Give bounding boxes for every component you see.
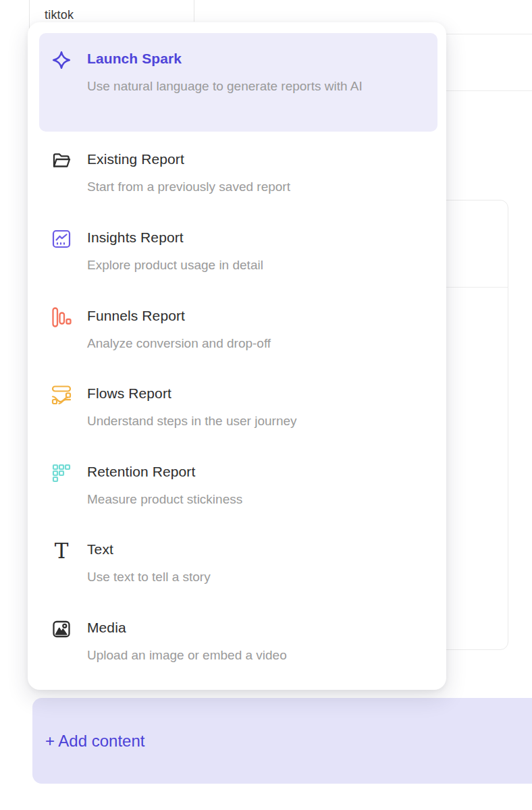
menu-item-title: Funnels Report bbox=[87, 306, 271, 325]
menu-item-description: Use natural language to generate reports… bbox=[87, 76, 363, 97]
menu-item-text[interactable]: T Text Use text to tell a story bbox=[28, 540, 446, 587]
insights-chart-icon bbox=[51, 229, 72, 249]
background-row-divider-2 bbox=[439, 90, 532, 91]
media-icon bbox=[51, 619, 72, 639]
background-column-divider-2 bbox=[194, 0, 194, 22]
funnel-bars-icon bbox=[51, 307, 72, 327]
menu-item-title: Text bbox=[87, 540, 211, 559]
menu-item-insights-report[interactable]: Insights Report Explore product usage in… bbox=[28, 228, 446, 275]
menu-item-title: Existing Report bbox=[87, 150, 290, 169]
menu-item-title: Insights Report bbox=[87, 228, 263, 247]
menu-item-funnels-report[interactable]: Funnels Report Analyze conversion and dr… bbox=[28, 306, 446, 354]
menu-item-description: Use text to tell a story bbox=[87, 566, 211, 587]
background-row-label: tiktok bbox=[45, 8, 74, 22]
menu-item-description: Start from a previously saved report bbox=[87, 176, 290, 197]
menu-item-description: Analyze conversion and drop-off bbox=[87, 333, 271, 354]
menu-item-launch-spark[interactable]: Launch Spark Use natural language to gen… bbox=[39, 33, 437, 132]
add-content-button[interactable]: + Add content bbox=[32, 698, 532, 784]
menu-item-title: Retention Report bbox=[87, 462, 242, 481]
spark-icon bbox=[51, 50, 72, 70]
menu-item-media[interactable]: Media Upload an image or embed a video bbox=[28, 618, 446, 666]
retention-grid-icon bbox=[51, 463, 72, 483]
menu-item-description: Explore product usage in detail bbox=[87, 254, 263, 275]
menu-item-description: Upload an image or embed a video bbox=[87, 645, 287, 666]
menu-item-description: Understand steps in the user journey bbox=[87, 410, 297, 431]
menu-item-title: Media bbox=[87, 618, 287, 637]
background-row-divider bbox=[439, 34, 532, 34]
menu-item-flows-report[interactable]: Flows Report Understand steps in the use… bbox=[28, 384, 446, 431]
menu-item-title: Flows Report bbox=[87, 384, 297, 403]
flows-icon bbox=[51, 385, 72, 405]
menu-item-existing-report[interactable]: Existing Report Start from a previously … bbox=[28, 150, 446, 197]
text-icon: T bbox=[51, 541, 72, 561]
add-content-menu: Launch Spark Use natural language to gen… bbox=[28, 22, 446, 690]
menu-item-description: Measure product stickiness bbox=[87, 489, 242, 510]
folder-open-icon bbox=[51, 151, 72, 171]
add-content-label: + Add content bbox=[45, 732, 144, 751]
menu-item-title: Launch Spark bbox=[87, 49, 363, 68]
menu-item-retention-report[interactable]: Retention Report Measure product stickin… bbox=[28, 462, 446, 510]
